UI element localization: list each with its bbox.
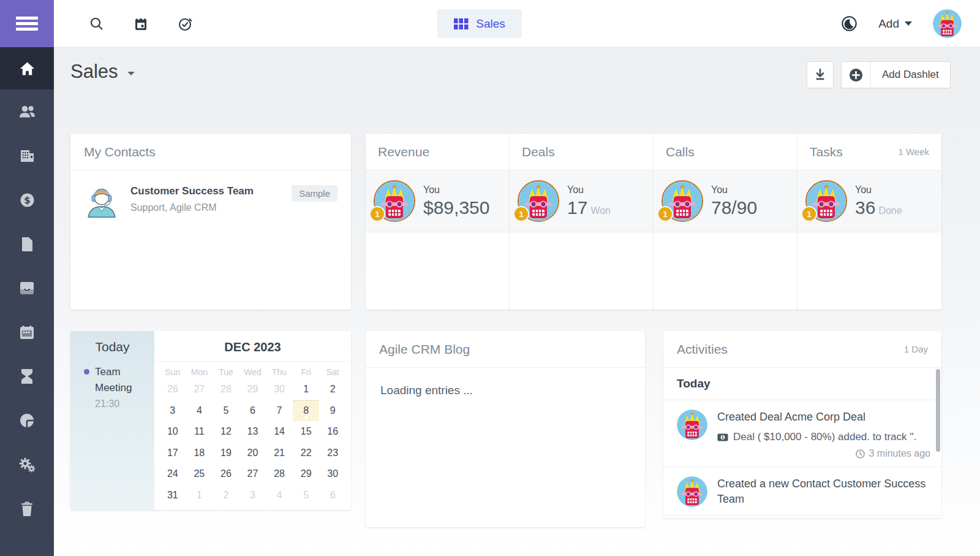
calendar-day[interactable]: 9	[319, 400, 346, 422]
stat-user: You	[855, 185, 902, 196]
calendar-day[interactable]: 25	[186, 463, 213, 485]
calendar-day[interactable]: 13	[239, 421, 266, 443]
calendar-day[interactable]: 7	[266, 400, 293, 422]
calendar-day[interactable]: 12	[213, 421, 239, 443]
sidebar-item-reports[interactable]	[0, 398, 54, 443]
sidebar-item-documents[interactable]	[0, 222, 54, 266]
calendar-day[interactable]: 2	[213, 485, 239, 506]
calendar-day[interactable]: 5	[213, 400, 239, 422]
calendar-day[interactable]: 17	[159, 443, 186, 464]
calendar-day-today[interactable]: 8	[293, 400, 320, 422]
calendar-day[interactable]: 16	[319, 421, 346, 443]
user-avatar[interactable]	[933, 9, 962, 38]
calendar-day[interactable]: 4	[186, 400, 213, 422]
sidebar-item-companies[interactable]	[0, 134, 54, 178]
calendar-day[interactable]: 14	[266, 421, 293, 443]
dashlet-leaderboard: Revenue 1 You$89,350 Deals 1 You17Won Ca…	[366, 134, 941, 310]
calendar-day[interactable]: 20	[239, 443, 266, 464]
activity-title: Created Deal Acme Corp Deal	[717, 409, 930, 425]
weekday-label: Thu	[266, 367, 293, 377]
calendar-day[interactable]: 30	[319, 463, 346, 485]
calendar-day[interactable]: 10	[159, 421, 186, 443]
calendar-day[interactable]: 28	[266, 463, 293, 485]
calendar-day[interactable]: 21	[266, 443, 293, 464]
add-dashlet-button[interactable]: Add Dashlet	[841, 61, 951, 88]
sidebar-item-home[interactable]	[0, 47, 54, 89]
dashboard-title-dropdown[interactable]: Sales	[70, 61, 135, 83]
leaderboard-stat-row: 1 You78/90	[654, 170, 797, 232]
calendar-day[interactable]: 3	[159, 400, 186, 422]
inbox-tray-icon	[19, 281, 35, 295]
calendar-day[interactable]: 26	[213, 463, 239, 485]
stat-user: You	[567, 185, 611, 196]
sidebar-item-contacts[interactable]	[0, 89, 54, 134]
dashlet-my-contacts: My Contacts Customer Success Team Suppor…	[70, 134, 351, 310]
calendar-day[interactable]: 30	[266, 379, 293, 400]
calendar-day[interactable]: 6	[239, 400, 266, 422]
agenda-today-label: Today	[70, 340, 154, 354]
calendar-day[interactable]: 15	[293, 421, 320, 443]
theme-contrast-moon-icon[interactable]	[840, 15, 858, 32]
weekday-label: Mon	[186, 367, 213, 377]
leaderboard-column-revenue: Revenue 1 You$89,350	[366, 134, 510, 310]
activity-item[interactable]: Created Deal Acme Corp Deal Deal ( $10,0…	[663, 400, 941, 467]
sidebar-nav: $	[0, 47, 54, 556]
rank-badge: 1	[657, 206, 673, 222]
rank-badge: 1	[513, 206, 529, 222]
activity-item[interactable]: Created a new Contact Customer Success T…	[663, 467, 941, 515]
sidebar-item-timeline[interactable]	[0, 354, 54, 398]
blog-loading-status: Loading entries ...	[366, 368, 645, 413]
calendar-day[interactable]: 11	[186, 421, 213, 443]
stat-suffix: Won	[590, 205, 611, 216]
calendar-day[interactable]: 1	[293, 379, 320, 400]
support-agent-avatar	[84, 183, 119, 218]
add-dashlet-label: Add Dashlet	[871, 69, 950, 81]
calendar-day[interactable]: 18	[186, 443, 213, 464]
calendar-day[interactable]: 26	[159, 379, 186, 400]
agenda-event[interactable]: Team Meeting 21:30	[70, 364, 154, 409]
sidebar-item-trash[interactable]	[0, 487, 54, 531]
calendar-day[interactable]: 29	[239, 379, 266, 400]
dashlet-title: Activities	[677, 342, 728, 357]
download-dashboard-button[interactable]	[807, 61, 834, 88]
dashlet-title: Revenue	[378, 145, 429, 159]
calendar-day[interactable]: 24	[159, 463, 186, 485]
stat-value: 17	[567, 197, 587, 218]
plus-circle-icon	[842, 62, 871, 88]
calendar-day[interactable]: 22	[293, 443, 320, 464]
calendar-day[interactable]: 6	[319, 485, 346, 506]
dashlet-calendar: Today Team Meeting 21:30 DEC 2023 SunMon…	[70, 331, 351, 510]
calendar-weekday-row: SunMonTueWedThuFriSat	[154, 362, 351, 379]
search-icon[interactable]	[88, 15, 105, 32]
dashlet-title: Agile CRM Blog	[379, 342, 470, 357]
dashlet-title: Deals	[522, 145, 555, 159]
calendar-day[interactable]: 5	[293, 485, 320, 506]
contact-list-item[interactable]: Customer Success Team Support, Agile CRM…	[70, 170, 351, 230]
calendar-day[interactable]: 2	[319, 379, 346, 400]
tasks-alarm-check-icon[interactable]	[176, 15, 194, 32]
calendar-day[interactable]: 23	[319, 443, 346, 464]
calendar-day[interactable]: 27	[186, 379, 213, 400]
hamburger-menu-button[interactable]	[0, 0, 54, 47]
calendar-icon[interactable]	[132, 15, 149, 32]
calendar-day[interactable]: 19	[213, 443, 239, 464]
sidebar-item-calendar[interactable]	[0, 310, 54, 354]
topbar-dashboard-tab-sales[interactable]: Sales	[437, 9, 522, 38]
activity-title: Created a new Contact Customer Success T…	[717, 476, 930, 507]
calendar-day[interactable]: 4	[266, 485, 293, 506]
weekday-label: Sat	[319, 367, 346, 377]
calendar-day[interactable]: 28	[213, 379, 239, 400]
sidebar-item-inbox[interactable]	[0, 266, 54, 310]
scrollbar-thumb[interactable]	[936, 369, 940, 452]
sidebar-item-settings[interactable]	[0, 443, 54, 487]
calendar-day[interactable]: 31	[159, 485, 186, 506]
calendar-day[interactable]: 1	[186, 485, 213, 506]
document-icon	[20, 236, 34, 253]
add-dropdown-button[interactable]: Add	[878, 17, 912, 31]
calendar-day[interactable]: 29	[293, 463, 320, 485]
sidebar-item-deals[interactable]: $	[0, 178, 54, 222]
calendar-day[interactable]: 27	[239, 463, 266, 485]
activity-timestamp: 3 minutes ago	[869, 448, 930, 459]
calendar-day[interactable]: 3	[239, 485, 266, 506]
leaderboard-stat-row: 1 You36Done	[797, 170, 941, 232]
